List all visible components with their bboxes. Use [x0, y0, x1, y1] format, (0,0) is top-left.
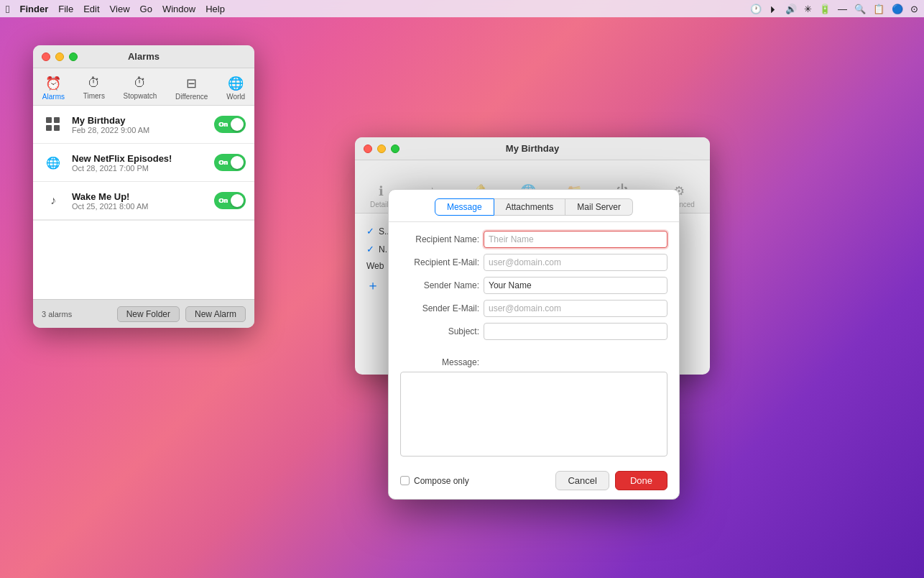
- battery-icon[interactable]: 🔋: [819, 4, 831, 14]
- birthday-minimize-button[interactable]: [377, 144, 386, 153]
- email-dialog: Message Attachments Mail Server Recipien…: [388, 189, 680, 500]
- menu-finder[interactable]: Finder: [19, 4, 48, 14]
- alarms-toolbar: ⏰ Alarms ⏱ Timers ⏱ Stopwatch ⊟ Differen…: [33, 68, 254, 106]
- compose-only-label: Compose only: [414, 476, 469, 486]
- birthday-window-controls[interactable]: [364, 144, 399, 153]
- recipient-name-input[interactable]: [484, 231, 667, 248]
- tab-attachments[interactable]: Attachments: [494, 198, 566, 216]
- wake-toggle-switch[interactable]: On: [214, 192, 246, 209]
- menubar:  Finder File Edit View Go Window Help 🕐…: [0, 0, 924, 17]
- apple-menu[interactable]: : [6, 3, 9, 15]
- add-icon[interactable]: ＋: [366, 277, 379, 294]
- subject-label: Subject:: [400, 326, 479, 336]
- subject-input[interactable]: [484, 323, 667, 340]
- menu-help[interactable]: Help: [205, 4, 225, 14]
- message-section: Message:: [389, 354, 679, 465]
- birthday-alarm-icon: [42, 113, 65, 136]
- sender-name-row: Sender Name:: [400, 277, 667, 294]
- alarm-item-netflix[interactable]: 🌐 New NetFlix Episodes! Oct 28, 2021 7:0…: [33, 144, 254, 182]
- birthday-maximize-button[interactable]: [391, 144, 399, 153]
- control-center-icon[interactable]: ⊙: [910, 4, 918, 14]
- menu-edit[interactable]: Edit: [83, 4, 99, 14]
- alarms-footer: 3 alarms New Folder New Alarm: [33, 299, 254, 328]
- stopwatch-icon: ⏱: [134, 75, 147, 91]
- new-alarm-button[interactable]: New Alarm: [185, 306, 246, 322]
- toolbar-stopwatch[interactable]: ⏱ Stopwatch: [118, 74, 163, 102]
- done-button[interactable]: Done: [615, 471, 667, 490]
- alarm-item-birthday[interactable]: My Birthday Feb 28, 2022 9:00 AM On: [33, 106, 254, 144]
- tab-message[interactable]: Message: [435, 198, 494, 216]
- netflix-alarm-info: New NetFlix Episodes! Oct 28, 2021 7:00 …: [72, 153, 207, 173]
- cancel-button[interactable]: Cancel: [555, 471, 609, 490]
- birthday-window-title: My Birthday: [506, 143, 559, 154]
- recipient-email-input[interactable]: [484, 254, 667, 271]
- netflix-toggle-switch[interactable]: On: [214, 154, 246, 171]
- details-icon: ℹ: [379, 183, 384, 199]
- birthday-close-button[interactable]: [364, 144, 372, 153]
- toolbar-difference[interactable]: ⊟ Difference: [170, 74, 213, 102]
- email-form: Recipient Name: Recipient E-Mail: Sender…: [389, 222, 679, 354]
- timers-icon: ⏱: [88, 75, 101, 91]
- close-button[interactable]: [42, 52, 50, 61]
- user-icon[interactable]: 🔵: [892, 4, 903, 14]
- alarm-clock-icon: ⏰: [45, 75, 61, 91]
- menu-file[interactable]: File: [58, 4, 73, 14]
- stopwatch-label: Stopwatch: [124, 92, 157, 100]
- recipient-name-row: Recipient Name:: [400, 231, 667, 248]
- recipient-email-row: Recipient E-Mail:: [400, 254, 667, 271]
- sender-email-label: Sender E-Mail:: [400, 303, 479, 313]
- birthday-toggle[interactable]: On: [214, 116, 246, 133]
- birthday-alarm-info: My Birthday Feb 28, 2022 9:00 AM: [72, 115, 207, 134]
- difference-label: Difference: [175, 93, 208, 101]
- subject-row: Subject:: [400, 323, 667, 340]
- minimize-button[interactable]: [55, 52, 64, 61]
- dialog-tabs: Message Attachments Mail Server: [389, 190, 679, 222]
- play-icon[interactable]: ⏵: [769, 4, 778, 14]
- recipient-email-label: Recipient E-Mail:: [400, 257, 479, 267]
- compose-only-section: Compose only: [400, 476, 550, 486]
- toolbar-timers[interactable]: ⏱ Timers: [78, 74, 111, 102]
- wake-toggle[interactable]: On: [214, 192, 246, 209]
- wake-alarm-info: Wake Me Up! Oct 25, 2021 8:00 AM: [72, 191, 207, 211]
- sender-name-input[interactable]: [484, 277, 667, 294]
- menu-go[interactable]: Go: [140, 4, 152, 14]
- check-icon-2: ✓: [366, 244, 374, 254]
- sender-name-label: Sender Name:: [400, 280, 479, 290]
- message-label: Message:: [400, 357, 479, 367]
- volume-icon[interactable]: 🔊: [785, 4, 797, 14]
- netflix-alarm-time: Oct 28, 2021 7:00 PM: [72, 164, 207, 173]
- check-icon-1: ✓: [366, 226, 374, 237]
- compose-only-checkbox[interactable]: [400, 476, 410, 485]
- message-textarea[interactable]: [400, 372, 667, 457]
- alarm-count: 3 alarms: [42, 310, 111, 318]
- wifi-icon: —: [838, 4, 847, 14]
- sender-email-row: Sender E-Mail:: [400, 300, 667, 317]
- clock-icon[interactable]: 🕐: [750, 4, 762, 14]
- menu-window[interactable]: Window: [162, 4, 195, 14]
- tab-mail-server[interactable]: Mail Server: [565, 198, 633, 216]
- toolbar-world[interactable]: 🌐 World: [221, 74, 251, 102]
- bluetooth-icon[interactable]: ✳: [804, 4, 812, 14]
- birthday-toggle-switch[interactable]: On: [214, 116, 246, 133]
- difference-icon: ⊟: [186, 75, 197, 91]
- maximize-button[interactable]: [69, 52, 78, 61]
- alarm-item-wake[interactable]: ♪ Wake Me Up! Oct 25, 2021 8:00 AM On: [33, 182, 254, 220]
- birthday-alarm-name: My Birthday: [72, 115, 207, 126]
- world-icon: 🌐: [228, 75, 244, 91]
- alarms-window: Alarms ⏰ Alarms ⏱ Timers ⏱ Stopwatch ⊟ D…: [33, 45, 254, 328]
- recipient-name-label: Recipient Name:: [400, 234, 479, 244]
- sender-email-input[interactable]: [484, 300, 667, 317]
- dialog-footer: Compose only Cancel Done: [389, 465, 679, 499]
- netflix-alarm-icon: 🌐: [42, 151, 65, 174]
- search-icon[interactable]: 🔍: [854, 4, 866, 14]
- alarms-titlebar: Alarms: [33, 45, 254, 68]
- netflix-toggle[interactable]: On: [214, 154, 246, 171]
- screen-icon[interactable]: 📋: [873, 4, 884, 14]
- window-controls[interactable]: [42, 52, 78, 61]
- netflix-alarm-name: New NetFlix Episodes!: [72, 153, 207, 164]
- new-folder-button[interactable]: New Folder: [117, 306, 180, 322]
- menu-view[interactable]: View: [110, 4, 130, 14]
- world-label: World: [226, 93, 245, 101]
- birthday-alarm-time: Feb 28, 2022 9:00 AM: [72, 126, 207, 134]
- toolbar-alarms[interactable]: ⏰ Alarms: [37, 74, 70, 102]
